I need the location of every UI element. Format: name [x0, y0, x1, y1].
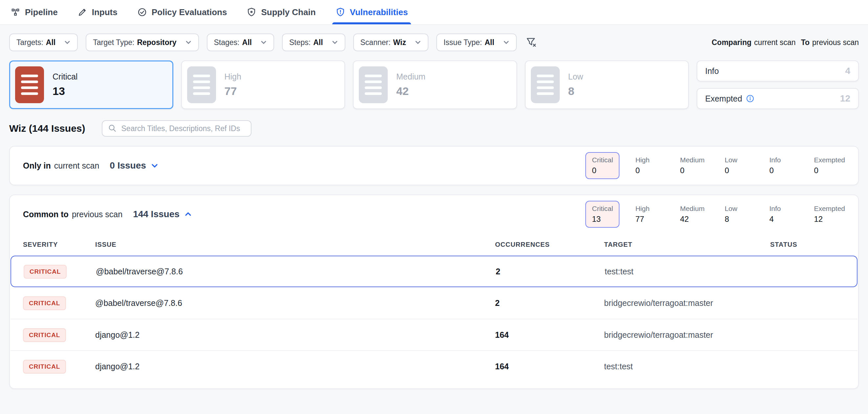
clear-filters-icon[interactable] — [526, 37, 537, 48]
filter-issue-type[interactable]: Issue Type:All — [436, 33, 517, 51]
severity-card-low[interactable]: Low 8 — [525, 60, 689, 109]
severity-card-critical[interactable]: Critical 13 — [9, 60, 173, 109]
results-header: Wiz (144 Issues) — [0, 120, 868, 137]
stat-label: Medium — [680, 156, 709, 164]
policy-check-icon — [137, 7, 147, 17]
stat-value: 0 — [814, 166, 845, 175]
stat-critical[interactable]: Critical0 — [585, 152, 619, 179]
tab-supply-chain[interactable]: Supply Chain — [245, 0, 317, 24]
top-tab-bar: Pipeline Inputs Policy Evaluations Suppl… — [0, 0, 868, 25]
info-card-label: Info — [705, 66, 719, 76]
severity-card-label: Critical — [53, 72, 78, 82]
filter-target-type[interactable]: Target Type:Repository — [86, 33, 198, 51]
previous-scan-word: previous scan — [812, 38, 859, 47]
filter-value: All — [313, 38, 323, 47]
current-scan-word: current scan — [754, 38, 796, 47]
stat-label: High — [635, 205, 664, 213]
table-header-row: SEVERITY ISSUE OCCURRENCES TARGET STATUS — [10, 233, 858, 256]
row-target: bridgecrewio/terragoat:master — [604, 298, 770, 308]
stat-value: 42 — [680, 214, 709, 224]
filter-label: Stages: — [214, 38, 240, 47]
filter-stages[interactable]: Stages:All — [207, 33, 274, 51]
exempted-card[interactable]: Exempted 12 — [696, 88, 859, 109]
column-header-severity: SEVERITY — [23, 241, 95, 248]
stat-high: High77 — [635, 201, 664, 228]
tab-label: Inputs — [92, 7, 118, 18]
tab-label: Pipeline — [25, 7, 58, 18]
column-header-occurrences: OCCURRENCES — [495, 241, 604, 248]
stat-critical[interactable]: Critical13 — [585, 201, 619, 228]
search-input[interactable] — [120, 123, 245, 134]
row-issue: @babel/traverse@7.8.6 — [95, 298, 495, 308]
exempted-card-label: Exempted — [705, 94, 742, 104]
stat-label: Critical — [592, 205, 613, 213]
group-scope: current scan — [54, 161, 99, 171]
stat-info: Info4 — [769, 201, 798, 228]
filter-bar: Targets:All Target Type:Repository Stage… — [0, 25, 868, 58]
chevron-down-icon — [151, 162, 159, 170]
filter-value: Wiz — [393, 38, 406, 47]
common-to-previous-scan-section: Common to previous scan 144 Issues Criti… — [9, 195, 859, 389]
severity-card-count: 8 — [568, 85, 583, 97]
supply-chain-shield-icon — [247, 7, 256, 17]
row-occurrences: 164 — [495, 362, 604, 371]
compare-scan-label: Comparingcurrent scanToprevious scan — [712, 38, 859, 47]
filter-label: Target Type: — [93, 38, 134, 47]
stat-value: 77 — [635, 214, 664, 224]
low-severity-icon — [531, 66, 560, 103]
table-row[interactable]: CRITICAL @babel/traverse@7.8.6 2 test:te… — [10, 256, 858, 287]
stat-label: Info — [769, 156, 798, 164]
group-prefix: Common to — [23, 210, 69, 219]
stat-label: Critical — [592, 156, 613, 164]
stat-label: Exempted — [814, 156, 845, 164]
tab-pipeline[interactable]: Pipeline — [9, 0, 59, 24]
stat-medium: Medium0 — [680, 152, 709, 179]
tab-inputs[interactable]: Inputs — [76, 0, 119, 24]
filter-value: All — [485, 38, 494, 47]
severity-card-label: Low — [568, 72, 583, 82]
stat-value: 0 — [635, 166, 664, 175]
table-row[interactable]: CRITICAL django@1.2 164 bridgecrewio/ter… — [10, 319, 858, 350]
pipeline-icon — [10, 7, 20, 17]
column-header-issue: ISSUE — [95, 241, 495, 248]
filter-scanner[interactable]: Scanner:Wiz — [353, 33, 428, 51]
stat-high: High0 — [635, 152, 664, 179]
severity-card-high[interactable]: High 77 — [181, 60, 345, 109]
column-header-target: TARGET — [604, 241, 770, 248]
filter-label: Issue Type: — [443, 38, 482, 47]
group-header: Common to previous scan 144 Issues Criti… — [10, 195, 858, 233]
group-severity-stats: Critical13 High77 Medium42 Low8 Info4 Ex… — [585, 201, 845, 228]
stat-value: 12 — [814, 214, 845, 224]
stat-info: Info0 — [769, 152, 798, 179]
filter-targets[interactable]: Targets:All — [9, 33, 78, 51]
info-icon — [746, 95, 754, 102]
group-issues-toggle[interactable]: 144 Issues — [133, 209, 192, 219]
stat-value: 0 — [592, 166, 613, 175]
filter-value: All — [46, 38, 56, 47]
row-target: bridgecrewio/terragoat:master — [604, 330, 770, 340]
filter-steps[interactable]: Steps:All — [282, 33, 345, 51]
stat-value: 0 — [769, 166, 798, 175]
chevron-up-icon — [184, 210, 192, 218]
row-occurrences: 2 — [496, 267, 605, 276]
group-issues-count: 144 Issues — [133, 209, 180, 219]
chevron-down-icon — [415, 39, 421, 46]
filter-label: Targets: — [17, 38, 43, 47]
table-row[interactable]: CRITICAL @babel/traverse@7.8.6 2 bridgec… — [10, 287, 858, 319]
inputs-icon — [78, 7, 87, 17]
to-word: To — [801, 38, 810, 47]
severity-card-count: 13 — [53, 85, 78, 97]
vulnerabilities-page: Pipeline Inputs Policy Evaluations Suppl… — [0, 0, 868, 414]
stat-value: 0 — [680, 166, 709, 175]
tab-vulnerabilities[interactable]: Vulnerabilities — [334, 0, 409, 24]
table-row[interactable]: CRITICAL django@1.2 164 test:test — [10, 350, 858, 382]
tab-policy-evaluations[interactable]: Policy Evaluations — [136, 0, 228, 24]
row-target: test:test — [605, 267, 771, 276]
severity-card-medium[interactable]: Medium 42 — [353, 60, 517, 109]
table-body: CRITICAL @babel/traverse@7.8.6 2 test:te… — [10, 256, 858, 388]
stat-exempted: Exempted12 — [814, 201, 845, 228]
group-issues-toggle[interactable]: 0 Issues — [110, 160, 159, 171]
info-card[interactable]: Info 4 — [696, 60, 859, 82]
high-severity-icon — [187, 66, 216, 103]
row-issue: django@1.2 — [95, 330, 495, 340]
